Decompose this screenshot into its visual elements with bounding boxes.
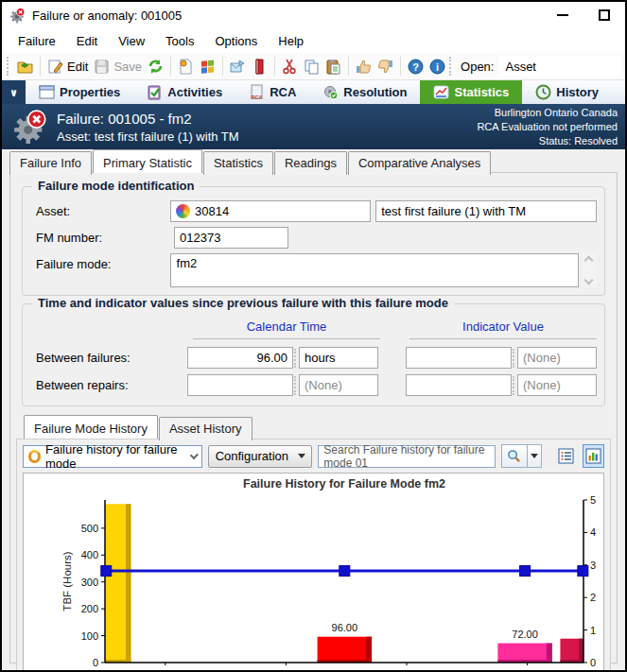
svg-text:Failure History for Failure Mo: Failure History for Failure Mode fm2 <box>243 477 445 491</box>
primary-statistic-page: Failure mode identification Asset: 30814… <box>9 172 618 663</box>
failure-mode-label: Failure mode: <box>30 257 170 271</box>
nav-resolution-label: Resolution <box>343 85 407 99</box>
nav-statistics[interactable]: Statistics <box>420 80 522 104</box>
record-rca-status: RCA Evaluation not performed <box>477 120 618 134</box>
asset-id-field[interactable]: 30814 <box>170 200 371 222</box>
between-failures-label: Between failures: <box>30 351 187 365</box>
between-failures-time-unit-field[interactable]: hours <box>299 347 378 369</box>
copy-button[interactable] <box>301 57 322 77</box>
failure-mode-history-page: Failure history for failure mode Configu… <box>16 439 611 672</box>
field-divider <box>294 349 298 368</box>
toolbar-grip <box>449 57 453 76</box>
svg-text:72.00: 72.00 <box>512 629 538 640</box>
between-repairs-label: Between repairs: <box>30 378 187 392</box>
nav-history[interactable]: History <box>522 80 612 104</box>
svg-text:500: 500 <box>81 523 98 534</box>
history-clock-icon <box>535 84 551 100</box>
toolbar-grip <box>7 57 10 76</box>
history-search-input[interactable]: Search Failure history for failure mode … <box>318 445 496 468</box>
toolbar-separator <box>170 57 171 76</box>
between-repairs-indicator-field[interactable] <box>406 374 512 396</box>
between-failures-indicator-unit: (None) <box>523 351 561 365</box>
menu-edit[interactable]: Edit <box>66 31 108 51</box>
menu-failure[interactable]: Failure <box>8 31 66 51</box>
search-button[interactable] <box>502 445 527 467</box>
menu-tools[interactable]: Tools <box>155 31 204 51</box>
between-failures-indicator-unit-field[interactable]: (None) <box>517 347 597 369</box>
edit-icon <box>47 59 63 75</box>
refresh-button[interactable] <box>145 57 166 77</box>
between-failures-time-value: 96.00 <box>256 351 287 365</box>
paste-icon <box>325 59 341 75</box>
failure-history-chart-panel: Failure History for Failure Mode fm2TBF … <box>23 473 604 672</box>
collapse-panel-button[interactable]: ∨∨ <box>2 80 26 104</box>
folder-icon <box>17 59 33 75</box>
red-document-icon <box>252 59 268 75</box>
nav-activities[interactable]: Activities <box>133 80 235 104</box>
failure-history-chart[interactable]: Failure History for Failure Mode fm2TBF … <box>24 474 626 672</box>
minimize-button[interactable] <box>542 3 583 27</box>
nav-rca[interactable]: RCA RCA <box>235 80 309 104</box>
thumbs-down-button[interactable] <box>374 57 396 77</box>
new-item-button[interactable] <box>175 57 197 77</box>
main-tab-strip: Failure Info Primary Statistic Statistic… <box>2 149 625 173</box>
tab-comparative-analyses[interactable]: Comparative Analyses <box>348 151 491 175</box>
fm-number-value: 012373 <box>180 231 220 245</box>
tab-readings[interactable]: Readings <box>274 151 347 175</box>
cut-icon <box>282 59 298 75</box>
menu-options[interactable]: Options <box>204 31 268 51</box>
edit-button[interactable]: Edit <box>44 57 91 77</box>
chart-view-button[interactable] <box>583 444 604 468</box>
cut-button[interactable] <box>279 57 301 77</box>
failure-mode-field[interactable]: fm2 <box>170 253 579 287</box>
tab-asset-history[interactable]: Asset History <box>159 417 253 440</box>
chart-view-icon <box>585 448 601 464</box>
nav-resolution[interactable]: Resolution <box>309 80 420 104</box>
configuration-button[interactable]: Configuration <box>208 445 312 468</box>
history-view-selector[interactable]: Failure history for failure mode <box>23 445 202 468</box>
menu-view[interactable]: View <box>108 31 155 51</box>
tab-primary-statistic[interactable]: Primary Statistic <box>93 149 202 173</box>
report-button[interactable] <box>249 57 270 77</box>
between-repairs-time-field[interactable] <box>187 374 293 396</box>
toolbar-separator <box>40 57 41 76</box>
info-button[interactable]: i <box>427 57 448 77</box>
tab-failure-mode-history[interactable]: Failure Mode History <box>24 415 158 439</box>
search-split-button[interactable] <box>501 444 542 468</box>
maximize-button[interactable] <box>583 3 625 27</box>
thumbs-up-button[interactable] <box>353 57 374 77</box>
save-button[interactable]: Save <box>91 57 145 77</box>
svg-text:11/1/2018: 11/1/2018 <box>505 668 550 672</box>
dropdown-arrow-icon <box>531 454 538 458</box>
failure-mode-scroll[interactable] <box>582 253 597 287</box>
between-repairs-time-unit-field[interactable]: (None) <box>299 374 378 396</box>
send-button[interactable] <box>227 57 249 77</box>
open-folder-button[interactable] <box>14 57 36 77</box>
between-failures-indicator-field[interactable] <box>406 347 512 369</box>
app-icon <box>9 8 26 24</box>
between-repairs-indicator-unit-field[interactable]: (None) <box>517 374 597 396</box>
help-button[interactable]: ? <box>405 57 427 77</box>
scroll-up-icon <box>584 256 594 266</box>
list-view-icon <box>558 448 574 464</box>
fm-number-label: FM number: <box>30 231 174 245</box>
main-content: Failure Info Primary Statistic Statistic… <box>2 149 625 670</box>
nav-properties[interactable]: Properties <box>26 80 133 104</box>
search-options-button[interactable] <box>527 445 541 467</box>
paste-button[interactable] <box>322 57 344 77</box>
list-view-button[interactable] <box>555 444 577 468</box>
svg-text:10/28/2018: 10/28/2018 <box>260 668 312 672</box>
asset-name-field[interactable]: test first failure (1) with TM <box>375 200 597 222</box>
between-failures-time-field[interactable]: 96.00 <box>187 347 293 369</box>
tab-statistics[interactable]: Statistics <box>203 151 273 175</box>
open-combobox[interactable]: Asset <box>499 56 621 77</box>
menu-help[interactable]: Help <box>268 31 314 51</box>
fm-number-field[interactable]: 012373 <box>174 227 288 249</box>
between-failures-time-unit: hours <box>305 351 336 365</box>
resolution-icon <box>322 84 339 100</box>
windows-button[interactable] <box>197 57 218 77</box>
nav-properties-label: Properties <box>60 85 120 99</box>
svg-text:0: 0 <box>590 657 596 668</box>
tab-failure-info[interactable]: Failure Info <box>9 151 92 175</box>
svg-text:i: i <box>436 60 439 72</box>
